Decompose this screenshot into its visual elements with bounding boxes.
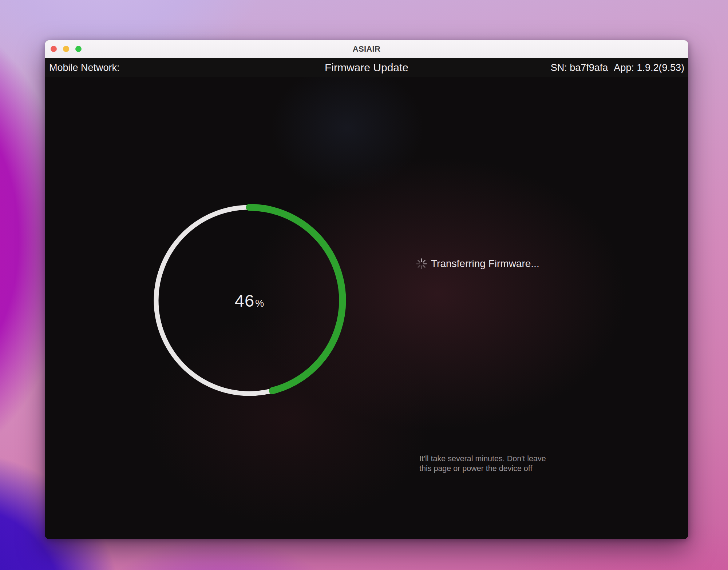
zoom-button[interactable] (75, 46, 82, 52)
serial-number: SN: ba7f9afa (551, 62, 608, 73)
warning-note-line1: It'll take several minutes. Don't leave (419, 454, 546, 464)
progress-percent: 46 % (235, 291, 264, 311)
progress-percent-unit: % (255, 298, 264, 309)
progress-percent-value: 46 (235, 291, 254, 311)
status-row: Transferring Firmware... (415, 258, 539, 270)
activity-spinner-icon (415, 258, 428, 270)
traffic-lights (51, 40, 82, 58)
minimize-button[interactable] (63, 46, 69, 52)
window-titlebar: ASIAIR (45, 40, 688, 58)
status-message: Transferring Firmware... (431, 258, 539, 270)
warning-note-line2: this page or power the device off (419, 464, 546, 474)
app-version: App: 1.9.2(9.53) (614, 62, 684, 73)
warning-note: It'll take several minutes. Don't leave … (419, 454, 546, 474)
firmware-update-content: 46 % Transferring Firmware... It'll take (45, 77, 688, 539)
device-info: SN: ba7f9afa App: 1.9.2(9.53) (551, 62, 684, 73)
asiair-window: ASIAIR Mobile Network: Firmware Update S… (45, 40, 688, 539)
mobile-network-label: Mobile Network: (49, 62, 120, 73)
page-title: Firmware Update (325, 61, 408, 74)
close-button[interactable] (51, 46, 57, 52)
app-header: Mobile Network: Firmware Update SN: ba7f… (45, 58, 688, 77)
window-title: ASIAIR (353, 44, 380, 54)
